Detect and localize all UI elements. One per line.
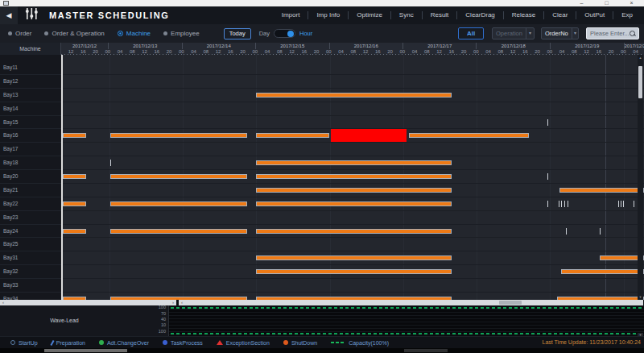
task-tick[interactable]: [634, 201, 634, 207]
gantt-bar[interactable]: [110, 201, 247, 206]
task-tick[interactable]: [564, 201, 565, 207]
task-tick[interactable]: [110, 160, 111, 166]
timeline-scroll-thumb[interactable]: [499, 301, 522, 305]
wave-axis-40: 40: [142, 317, 166, 322]
radio-employee-label: Employee: [171, 30, 200, 37]
timeline-date-label: 2017/12/14: [183, 43, 256, 49]
gantt-bar[interactable]: [256, 201, 451, 206]
task-tick[interactable]: [600, 228, 601, 235]
task-tick[interactable]: [618, 201, 619, 207]
search-icon[interactable]: [630, 31, 636, 37]
sliders-icon: [25, 8, 39, 23]
timeline-scrollbar[interactable]: ‹: [179, 300, 643, 305]
header-button-optimize[interactable]: Optimize: [349, 11, 391, 19]
gantt-bar[interactable]: [256, 188, 451, 193]
scroll-down-icon[interactable]: ▼: [638, 294, 643, 300]
operation-select[interactable]: Operation ▾: [492, 27, 535, 39]
task-tick[interactable]: [547, 173, 548, 180]
gantt-bar[interactable]: [63, 297, 86, 300]
gantt-bar[interactable]: [256, 269, 451, 274]
wave-lead-label: Wave-Lead: [16, 318, 113, 323]
gantt-bar[interactable]: [63, 133, 86, 138]
day-label: Day: [259, 30, 270, 37]
gantt-bar[interactable]: [256, 255, 451, 260]
task-tick[interactable]: [547, 119, 548, 126]
operation-select-value: Operation: [493, 30, 526, 37]
wave-axis-100b: 100: [142, 329, 166, 334]
header-button-import[interactable]: Import: [274, 11, 309, 19]
gantt-bar[interactable]: [110, 174, 247, 179]
hour-label: Hour: [299, 30, 312, 37]
scroll-up-icon[interactable]: ▲: [638, 55, 643, 60]
gantt-bar[interactable]: [256, 133, 329, 138]
close-button[interactable]: ×: [619, 0, 644, 6]
chevron-down-icon: ▾: [572, 28, 578, 39]
task-tick[interactable]: [568, 201, 568, 207]
header-button-output[interactable]: OutPut: [576, 11, 613, 19]
header-button-imp-info[interactable]: Imp Info: [308, 11, 349, 19]
timeline-date: 2017/12/18: [476, 43, 550, 49]
task-tick[interactable]: [559, 201, 559, 207]
gantt-bar[interactable]: [559, 188, 644, 193]
gantt-bar[interactable]: [110, 297, 247, 300]
gantt-bar[interactable]: [256, 297, 451, 300]
search-input[interactable]: Please Enter...: [586, 27, 639, 39]
gantt-row-bay25: [63, 238, 644, 251]
gantt-bar[interactable]: [63, 174, 86, 179]
radio-order[interactable]: Order: [8, 30, 31, 37]
radio-employee[interactable]: Employee: [163, 30, 200, 37]
task-tick[interactable]: [547, 201, 548, 207]
task-tick[interactable]: [621, 201, 621, 207]
timeline-date: 2017/12/16: [329, 43, 402, 49]
header-button-exp[interactable]: Exp: [613, 11, 641, 19]
header-button-clear[interactable]: Clear: [544, 11, 576, 19]
task-tick[interactable]: [566, 228, 567, 235]
all-button[interactable]: All: [458, 27, 484, 39]
today-button[interactable]: Today: [224, 28, 251, 39]
gantt-bar[interactable]: [561, 269, 644, 274]
machine-label-bay14: Bay14: [0, 102, 61, 116]
gantt-bar[interactable]: [110, 229, 247, 234]
scroll-right-icon[interactable]: ›: [170, 300, 176, 305]
day-hour-toggle[interactable]: [274, 29, 295, 38]
machine-label-bay25: Bay25: [0, 238, 61, 251]
gantt-bar[interactable]: [63, 229, 86, 234]
master-scheduling-window: – □ × ◀ MASTER SCHEDULING ImportImp Info…: [0, 0, 644, 353]
header-button-sync[interactable]: Sync: [391, 11, 423, 19]
gantt-bar[interactable]: [256, 93, 451, 98]
minimize-button[interactable]: –: [569, 0, 594, 6]
scroll-left-icon[interactable]: ‹: [179, 300, 185, 305]
orderno-select[interactable]: OrderNo ▾: [541, 27, 579, 39]
machine-name-column: Bay11Bay12Bay13Bay14Bay15Bay16Bay17Bay18…: [0, 55, 61, 300]
machine-label-bay13: Bay13: [0, 89, 61, 102]
gantt-bar[interactable]: [256, 174, 451, 179]
gantt-row-bay22: [63, 197, 644, 211]
gantt-bar[interactable]: [63, 201, 86, 206]
gantt-row-bay15: [63, 116, 644, 130]
radio-dot: [44, 31, 48, 35]
header-button-cleardrag[interactable]: ClearDrag: [457, 11, 503, 19]
vertical-scrollbar[interactable]: ▲ ▼: [638, 55, 643, 300]
back-button[interactable]: ◀: [0, 6, 18, 24]
gantt-bar[interactable]: [110, 133, 247, 138]
radio-machine[interactable]: Machine: [118, 30, 151, 37]
maximize-button[interactable]: □: [594, 0, 619, 6]
vertical-scroll-thumb[interactable]: [638, 66, 642, 98]
scroll-left-icon[interactable]: ‹: [0, 300, 6, 305]
exception-bar[interactable]: [331, 129, 407, 142]
shutdown-icon: [283, 340, 288, 345]
gantt-bar[interactable]: [557, 297, 644, 300]
gantt-bar[interactable]: [256, 160, 451, 165]
header-button-release[interactable]: Release: [504, 11, 544, 19]
task-tick[interactable]: [623, 201, 624, 207]
gantt-bar[interactable]: [409, 133, 529, 138]
machine-label-bay22: Bay22: [0, 197, 61, 211]
horizontal-scrollbar-row: ‹ › ‹: [0, 300, 644, 305]
radio-dot: [8, 31, 12, 35]
gantt-bar[interactable]: [256, 229, 451, 234]
task-tick[interactable]: [561, 201, 562, 207]
header-button-result[interactable]: Result: [423, 11, 458, 19]
bottom-strip: [0, 348, 644, 353]
app-header: ◀ MASTER SCHEDULING ImportImp InfoOptimi…: [0, 6, 644, 24]
radio-order-operation[interactable]: Order & Operation: [44, 30, 104, 37]
